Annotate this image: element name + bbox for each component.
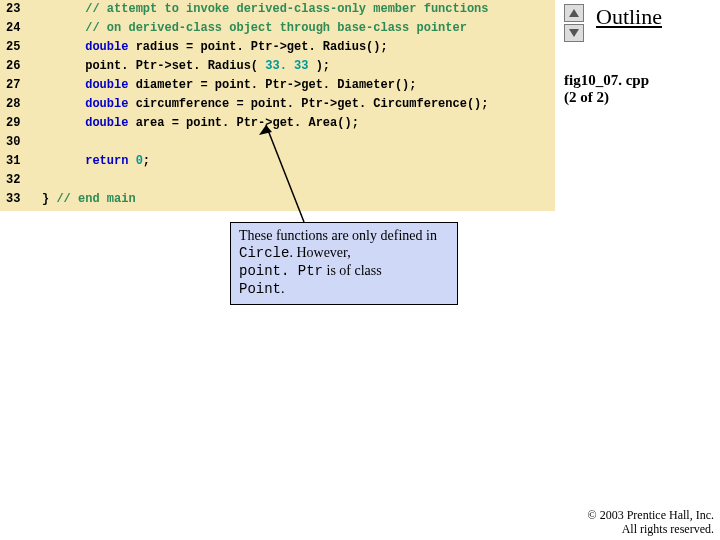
code-line: 26 point. Ptr->set. Radius( 33. 33 ); (0, 57, 555, 76)
callout-code-circle: Circle (239, 245, 289, 261)
file-name: fig10_07. cpp (564, 72, 649, 88)
callout-text: . (281, 281, 285, 296)
nav-buttons (564, 4, 584, 44)
line-number: 26 (0, 57, 42, 76)
chevron-down-icon (569, 29, 579, 37)
code-text: double circumference = point. Ptr->get. … (42, 95, 555, 114)
file-label: fig10_07. cpp (2 of 2) (564, 72, 714, 106)
outline-title: Outline (596, 4, 662, 30)
annotation-callout: These functions are only defined in Circ… (230, 222, 458, 305)
code-line: 32 (0, 171, 555, 190)
chevron-up-icon (569, 9, 579, 17)
code-line: 33} // end main (0, 190, 555, 209)
line-number: 25 (0, 38, 42, 57)
copyright-notice: © 2003 Prentice Hall, Inc. All rights re… (588, 508, 714, 536)
page-indicator: (2 of 2) (564, 89, 609, 105)
callout-code-point: Point (239, 281, 281, 297)
line-number: 28 (0, 95, 42, 114)
code-line: 29 double area = point. Ptr->get. Area()… (0, 114, 555, 133)
code-text (42, 171, 555, 190)
code-text: // attempt to invoke derived-class-only … (42, 0, 555, 19)
prev-button[interactable] (564, 4, 584, 22)
line-number: 27 (0, 76, 42, 95)
callout-text: These functions are only defined in (239, 228, 437, 243)
code-text: double radius = point. Ptr->get. Radius(… (42, 38, 555, 57)
code-listing: 23 // attempt to invoke derived-class-on… (0, 0, 555, 211)
line-number: 31 (0, 152, 42, 171)
line-number: 29 (0, 114, 42, 133)
callout-code-pointptr: point. Ptr (239, 263, 323, 279)
code-text: // on derived-class object through base-… (42, 19, 555, 38)
code-line: 31 return 0; (0, 152, 555, 171)
code-line: 27 double diameter = point. Ptr->get. Di… (0, 76, 555, 95)
line-number: 32 (0, 171, 42, 190)
side-panel: Outline fig10_07. cpp (2 of 2) (564, 2, 720, 106)
code-line: 30 (0, 133, 555, 152)
line-number: 24 (0, 19, 42, 38)
next-button[interactable] (564, 24, 584, 42)
callout-text: is of class (323, 263, 382, 278)
code-text: return 0; (42, 152, 555, 171)
code-text: point. Ptr->set. Radius( 33. 33 ); (42, 57, 555, 76)
svg-marker-3 (569, 29, 579, 37)
code-line: 25 double radius = point. Ptr->get. Radi… (0, 38, 555, 57)
code-line: 24 // on derived-class object through ba… (0, 19, 555, 38)
line-number: 30 (0, 133, 42, 152)
line-number: 33 (0, 190, 42, 209)
code-text: } // end main (42, 190, 555, 209)
callout-text: . However, (289, 245, 350, 260)
svg-marker-2 (569, 9, 579, 17)
code-text: double area = point. Ptr->get. Area(); (42, 114, 555, 133)
line-number: 23 (0, 0, 42, 19)
code-line: 23 // attempt to invoke derived-class-on… (0, 0, 555, 19)
copyright-line-2: All rights reserved. (588, 522, 714, 536)
copyright-line-1: © 2003 Prentice Hall, Inc. (588, 508, 714, 522)
code-text (42, 133, 555, 152)
code-text: double diameter = point. Ptr->get. Diame… (42, 76, 555, 95)
code-line: 28 double circumference = point. Ptr->ge… (0, 95, 555, 114)
